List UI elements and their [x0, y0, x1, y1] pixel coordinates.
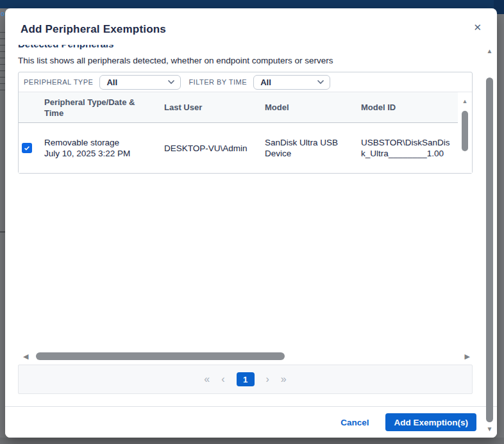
table-header-row: Peripheral Type/Date & Time Last User Mo… — [19, 92, 458, 123]
cell-model: SanDisk Ultra USB Device — [265, 137, 351, 159]
dialog-vertical-scrollbar: ▲ ▼ — [485, 48, 494, 432]
column-header-peripheral-type: Peripheral Type/Date & Time — [44, 97, 164, 119]
filter-by-time-select-value: All — [260, 78, 271, 87]
row-checkbox-checked[interactable] — [22, 143, 32, 153]
table-scrollbar-thumb[interactable] — [462, 111, 468, 151]
dialog-scrollbar-thumb[interactable] — [486, 78, 493, 422]
background-table-line — [0, 231, 5, 233]
background-table-lines — [0, 26, 5, 90]
filter-by-time-label: FILTER BY TIME — [189, 78, 247, 86]
add-exemptions-button[interactable]: Add Exemption(s) — [385, 413, 476, 431]
cell-model-id: USBSTOR\DiskSanDisk_Ultra________1.00 — [361, 137, 451, 159]
scroll-down-arrow-icon[interactable]: ▼ — [487, 426, 493, 432]
chevron-down-icon — [167, 79, 175, 85]
scroll-up-arrow-icon[interactable]: ▲ — [462, 99, 468, 104]
scroll-up-arrow-icon[interactable]: ▲ — [487, 48, 493, 54]
first-page-button[interactable]: « — [204, 374, 210, 384]
background-page-bottom-edge — [0, 438, 504, 444]
pagination: « ‹ 1 › » — [18, 365, 473, 394]
peripherals-table: Peripheral Type/Date & Time Last User Mo… — [19, 92, 472, 173]
horizontal-scrollbar-thumb[interactable] — [36, 352, 285, 360]
column-header-model-id: Model ID — [361, 102, 458, 113]
chevron-down-icon — [317, 79, 324, 85]
column-header-last-user: Last User — [164, 102, 265, 113]
date-time-value: July 10, 2025 3:22 PM — [44, 148, 153, 159]
empty-space — [18, 174, 473, 349]
peripheral-type-select-value: All — [106, 78, 117, 87]
dialog-title: Add Peripheral Exemptions — [21, 23, 166, 36]
next-page-button[interactable]: › — [266, 374, 269, 384]
detected-peripherals-panel: PERIPHERAL TYPE All FILTER BY TIME All P… — [18, 72, 473, 174]
scroll-right-arrow-icon[interactable]: ▶ — [465, 353, 470, 360]
column-header-model: Model — [265, 102, 361, 113]
last-page-button[interactable]: » — [281, 374, 287, 384]
current-page-button[interactable]: 1 — [237, 372, 255, 386]
peripheral-type-value: Removable storage — [44, 137, 153, 148]
background-top-nav-bar — [0, 0, 504, 8]
background-partial-link-text: o — [1, 10, 4, 17]
section-heading: Detected Peripherals — [18, 45, 473, 49]
dialog-header: Add Peripheral Exemptions ✕ — [5, 8, 497, 45]
previous-page-button[interactable]: ‹ — [221, 374, 224, 384]
dialog-footer: Cancel Add Exemption(s) — [5, 406, 497, 438]
filter-by-time-select[interactable]: All — [253, 75, 330, 90]
peripheral-type-filter-label: PERIPHERAL TYPE — [24, 78, 93, 86]
checkmark-icon — [23, 144, 31, 152]
cell-last-user: DESKTOP-VU\Admin — [164, 143, 265, 154]
horizontal-scrollbar-track[interactable] — [35, 352, 458, 360]
dialog-body: Detected Peripherals This list shows all… — [5, 45, 497, 406]
scroll-left-arrow-icon[interactable]: ◀ — [23, 353, 28, 360]
background-page-left-edge: o — [0, 8, 5, 438]
add-peripheral-exemptions-dialog: Add Peripheral Exemptions ✕ Detected Per… — [5, 8, 497, 438]
table-vertical-scrollbar: ▲ — [458, 92, 472, 173]
peripheral-type-select[interactable]: All — [99, 75, 181, 90]
section-description: This list shows all peripherals detected… — [18, 56, 473, 66]
horizontal-scrollbar: ◀ ▶ — [18, 349, 473, 363]
cancel-button[interactable]: Cancel — [340, 418, 369, 427]
table-row: Removable storage July 10, 2025 3:22 PM … — [19, 123, 458, 173]
close-icon[interactable]: ✕ — [473, 22, 482, 32]
cell-peripheral-type-datetime: Removable storage July 10, 2025 3:22 PM — [44, 137, 164, 159]
filter-row: PERIPHERAL TYPE All FILTER BY TIME All — [19, 72, 472, 92]
